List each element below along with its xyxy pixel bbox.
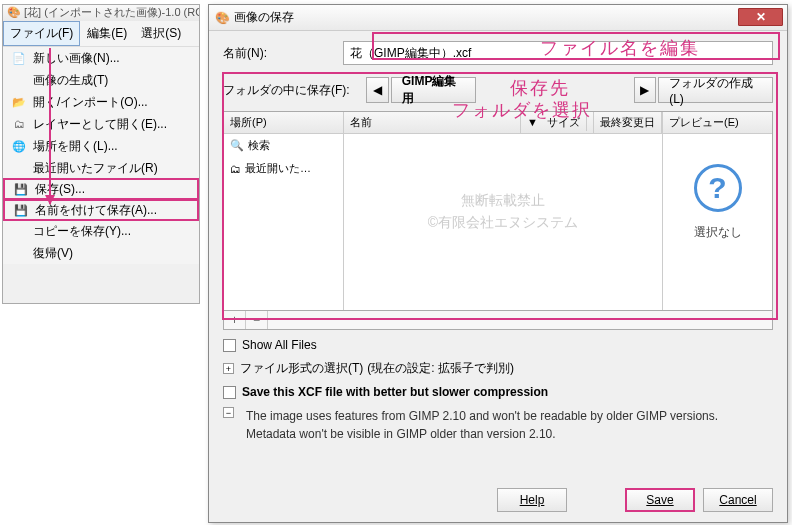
- menu-item-icon: 🗂: [11, 116, 27, 132]
- cancel-label: Cancel: [719, 493, 756, 507]
- compression-checkbox[interactable]: [223, 386, 236, 399]
- menu-item-label: 場所を開く(L)...: [33, 138, 118, 155]
- dialog-titlebar: 🎨 画像の保存 ✕: [209, 5, 787, 31]
- menu-item-icon: 💾: [13, 181, 29, 197]
- dialog-title-text: 画像の保存: [234, 9, 294, 26]
- menu-item-label: 画像の生成(T): [33, 72, 108, 89]
- menu-item-icon: 🌐: [11, 138, 27, 154]
- menu-edit[interactable]: 編集(E): [80, 21, 134, 46]
- menu-item-icon: 💾: [13, 202, 29, 218]
- annot-choosefolder: フォルダを選択: [452, 98, 592, 122]
- help-label: Help: [520, 493, 545, 507]
- filetype-expander[interactable]: +: [223, 363, 234, 374]
- menu-select[interactable]: 選択(S): [134, 21, 188, 46]
- menu-item-icon: [11, 223, 27, 239]
- menubar: ファイル(F) 編集(E) 選択(S): [3, 21, 199, 47]
- show-all-checkbox[interactable]: [223, 339, 236, 352]
- compression-label: Save this XCF file with better but slowe…: [242, 385, 548, 399]
- menu-item[interactable]: 📄新しい画像(N)...: [3, 47, 199, 69]
- menu-item[interactable]: 💾保存(S)...: [3, 178, 199, 200]
- cancel-button[interactable]: Cancel: [703, 488, 773, 512]
- help-button[interactable]: Help: [497, 488, 567, 512]
- menu-item[interactable]: 💾名前を付けて保存(A)...: [3, 199, 199, 221]
- metadata-expander[interactable]: −: [223, 407, 234, 418]
- metadata-text: The image uses features from GIMP 2.10 a…: [246, 407, 718, 443]
- filetype-row[interactable]: + ファイル形式の選択(T) (現在の設定: 拡張子で判別): [223, 360, 773, 377]
- compression-row[interactable]: Save this XCF file with better but slowe…: [223, 385, 773, 399]
- menu-item-label: レイヤーとして開く(E)...: [33, 116, 167, 133]
- menu-item[interactable]: 最近開いたファイル(R): [3, 157, 199, 179]
- menu-item-label: 最近開いたファイル(R): [33, 160, 158, 177]
- show-all-row[interactable]: Show All Files: [223, 338, 773, 352]
- annot-filename: ファイル名を編集: [540, 36, 700, 60]
- window-title: 🎨 [花] (インポートされた画像)-1.0 (RGB: [3, 5, 199, 21]
- menu-file[interactable]: ファイル(F): [3, 21, 80, 46]
- menu-item-icon: [11, 72, 27, 88]
- gimp-main-window: 🎨 [花] (インポートされた画像)-1.0 (RGB ファイル(F) 編集(E…: [2, 4, 200, 304]
- save-label: Save: [646, 493, 673, 507]
- name-label: 名前(N):: [223, 45, 343, 62]
- menu-item-label: 復帰(V): [33, 245, 73, 262]
- annot-savedest: 保存先: [510, 76, 570, 100]
- menu-item-icon: 📄: [11, 50, 27, 66]
- menu-item[interactable]: 復帰(V): [3, 242, 199, 264]
- menu-item-label: 保存(S)...: [35, 181, 85, 198]
- metadata-note-row: − The image uses features from GIMP 2.10…: [223, 407, 773, 443]
- filetype-hint: (現在の設定: 拡張子で判別): [367, 360, 514, 377]
- menu-item[interactable]: コピーを保存(Y)...: [3, 220, 199, 242]
- menu-item[interactable]: 📂開く/インポート(O)...: [3, 91, 199, 113]
- file-menu-dropdown: 📄新しい画像(N)...画像の生成(T)📂開く/インポート(O)...🗂レイヤー…: [3, 47, 199, 264]
- menu-item[interactable]: 画像の生成(T): [3, 69, 199, 91]
- menu-item-icon: [11, 160, 27, 176]
- menu-item-label: コピーを保存(Y)...: [33, 223, 131, 240]
- show-all-label: Show All Files: [242, 338, 317, 352]
- menu-item[interactable]: 🌐場所を開く(L)...: [3, 135, 199, 157]
- menu-item-label: 新しい画像(N)...: [33, 50, 120, 67]
- annotation-arrow: [49, 48, 51, 204]
- gimp-icon: 🎨: [215, 11, 230, 25]
- menu-item-icon: 📂: [11, 94, 27, 110]
- save-button[interactable]: Save: [625, 488, 695, 512]
- dialog-buttons: Save Cancel: [617, 488, 773, 512]
- menu-item-icon: [11, 245, 27, 261]
- close-button[interactable]: ✕: [738, 8, 783, 26]
- filetype-label: ファイル形式の選択(T): [240, 360, 363, 377]
- menu-item[interactable]: 🗂レイヤーとして開く(E)...: [3, 113, 199, 135]
